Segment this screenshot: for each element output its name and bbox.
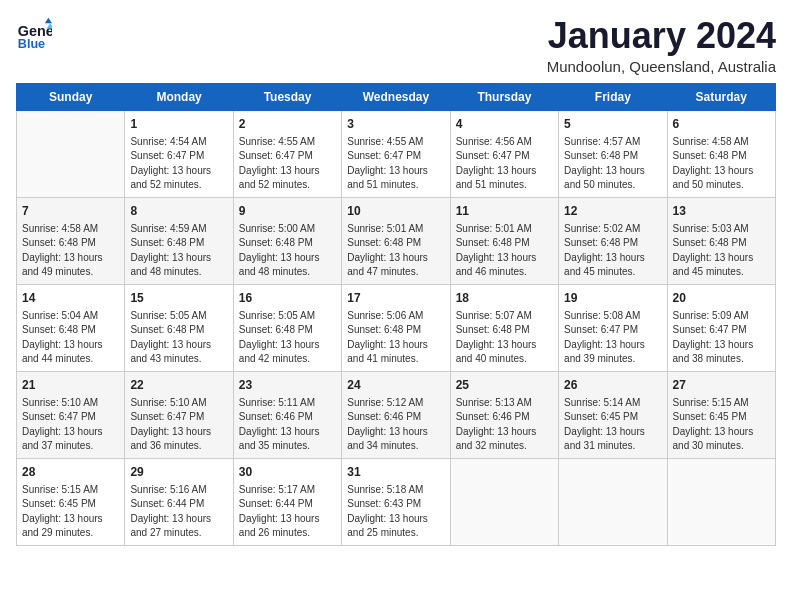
day-number: 25 [456,376,553,394]
day-number: 15 [130,289,227,307]
day-number: 6 [673,115,770,133]
calendar-cell: 9Sunrise: 5:00 AM Sunset: 6:48 PM Daylig… [233,197,341,284]
calendar-cell: 3Sunrise: 4:55 AM Sunset: 6:47 PM Daylig… [342,110,450,197]
day-number: 20 [673,289,770,307]
day-info: Sunrise: 4:56 AM Sunset: 6:47 PM Dayligh… [456,135,553,193]
day-info: Sunrise: 5:13 AM Sunset: 6:46 PM Dayligh… [456,396,553,454]
calendar-cell [450,458,558,545]
calendar-cell: 24Sunrise: 5:12 AM Sunset: 6:46 PM Dayli… [342,371,450,458]
day-info: Sunrise: 4:58 AM Sunset: 6:48 PM Dayligh… [673,135,770,193]
calendar-cell: 16Sunrise: 5:05 AM Sunset: 6:48 PM Dayli… [233,284,341,371]
calendar-week-row: 21Sunrise: 5:10 AM Sunset: 6:47 PM Dayli… [17,371,776,458]
day-number: 12 [564,202,661,220]
day-info: Sunrise: 5:00 AM Sunset: 6:48 PM Dayligh… [239,222,336,280]
calendar-cell: 26Sunrise: 5:14 AM Sunset: 6:45 PM Dayli… [559,371,667,458]
calendar-cell: 5Sunrise: 4:57 AM Sunset: 6:48 PM Daylig… [559,110,667,197]
day-header-tuesday: Tuesday [233,83,341,110]
day-number: 1 [130,115,227,133]
svg-text:Blue: Blue [18,37,45,51]
day-number: 5 [564,115,661,133]
day-number: 24 [347,376,444,394]
day-info: Sunrise: 5:12 AM Sunset: 6:46 PM Dayligh… [347,396,444,454]
day-header-thursday: Thursday [450,83,558,110]
svg-text:General: General [18,23,52,39]
calendar-cell: 22Sunrise: 5:10 AM Sunset: 6:47 PM Dayli… [125,371,233,458]
day-number: 19 [564,289,661,307]
day-number: 23 [239,376,336,394]
calendar-cell: 13Sunrise: 5:03 AM Sunset: 6:48 PM Dayli… [667,197,775,284]
day-info: Sunrise: 4:55 AM Sunset: 6:47 PM Dayligh… [239,135,336,193]
day-info: Sunrise: 5:15 AM Sunset: 6:45 PM Dayligh… [22,483,119,541]
calendar-cell: 4Sunrise: 4:56 AM Sunset: 6:47 PM Daylig… [450,110,558,197]
calendar-table: SundayMondayTuesdayWednesdayThursdayFrid… [16,83,776,546]
day-info: Sunrise: 5:14 AM Sunset: 6:45 PM Dayligh… [564,396,661,454]
calendar-cell: 14Sunrise: 5:04 AM Sunset: 6:48 PM Dayli… [17,284,125,371]
day-number: 28 [22,463,119,481]
day-header-saturday: Saturday [667,83,775,110]
calendar-cell: 28Sunrise: 5:15 AM Sunset: 6:45 PM Dayli… [17,458,125,545]
calendar-cell: 8Sunrise: 4:59 AM Sunset: 6:48 PM Daylig… [125,197,233,284]
day-number: 17 [347,289,444,307]
day-info: Sunrise: 4:55 AM Sunset: 6:47 PM Dayligh… [347,135,444,193]
day-number: 27 [673,376,770,394]
day-info: Sunrise: 5:11 AM Sunset: 6:46 PM Dayligh… [239,396,336,454]
day-number: 2 [239,115,336,133]
calendar-cell: 2Sunrise: 4:55 AM Sunset: 6:47 PM Daylig… [233,110,341,197]
calendar-cell [17,110,125,197]
day-header-friday: Friday [559,83,667,110]
day-info: Sunrise: 4:54 AM Sunset: 6:47 PM Dayligh… [130,135,227,193]
logo-icon: General Blue [16,16,52,52]
calendar-cell: 15Sunrise: 5:05 AM Sunset: 6:48 PM Dayli… [125,284,233,371]
day-info: Sunrise: 4:59 AM Sunset: 6:48 PM Dayligh… [130,222,227,280]
calendar-cell: 23Sunrise: 5:11 AM Sunset: 6:46 PM Dayli… [233,371,341,458]
day-info: Sunrise: 5:01 AM Sunset: 6:48 PM Dayligh… [347,222,444,280]
day-info: Sunrise: 5:10 AM Sunset: 6:47 PM Dayligh… [22,396,119,454]
day-info: Sunrise: 5:15 AM Sunset: 6:45 PM Dayligh… [673,396,770,454]
day-number: 30 [239,463,336,481]
calendar-week-row: 7Sunrise: 4:58 AM Sunset: 6:48 PM Daylig… [17,197,776,284]
calendar-cell: 7Sunrise: 4:58 AM Sunset: 6:48 PM Daylig… [17,197,125,284]
calendar-cell: 1Sunrise: 4:54 AM Sunset: 6:47 PM Daylig… [125,110,233,197]
svg-marker-2 [45,18,52,23]
day-info: Sunrise: 5:06 AM Sunset: 6:48 PM Dayligh… [347,309,444,367]
calendar-cell: 6Sunrise: 4:58 AM Sunset: 6:48 PM Daylig… [667,110,775,197]
calendar-cell: 25Sunrise: 5:13 AM Sunset: 6:46 PM Dayli… [450,371,558,458]
day-info: Sunrise: 5:09 AM Sunset: 6:47 PM Dayligh… [673,309,770,367]
day-info: Sunrise: 5:05 AM Sunset: 6:48 PM Dayligh… [130,309,227,367]
logo: General Blue [16,16,52,52]
day-number: 9 [239,202,336,220]
day-info: Sunrise: 5:17 AM Sunset: 6:44 PM Dayligh… [239,483,336,541]
month-title: January 2024 [547,16,776,56]
calendar-cell: 21Sunrise: 5:10 AM Sunset: 6:47 PM Dayli… [17,371,125,458]
day-number: 10 [347,202,444,220]
day-header-wednesday: Wednesday [342,83,450,110]
calendar-cell [667,458,775,545]
day-number: 8 [130,202,227,220]
day-info: Sunrise: 5:01 AM Sunset: 6:48 PM Dayligh… [456,222,553,280]
calendar-cell: 30Sunrise: 5:17 AM Sunset: 6:44 PM Dayli… [233,458,341,545]
day-number: 21 [22,376,119,394]
calendar-cell: 18Sunrise: 5:07 AM Sunset: 6:48 PM Dayli… [450,284,558,371]
day-info: Sunrise: 5:02 AM Sunset: 6:48 PM Dayligh… [564,222,661,280]
day-number: 22 [130,376,227,394]
day-number: 11 [456,202,553,220]
calendar-cell [559,458,667,545]
calendar-cell: 10Sunrise: 5:01 AM Sunset: 6:48 PM Dayli… [342,197,450,284]
day-info: Sunrise: 5:07 AM Sunset: 6:48 PM Dayligh… [456,309,553,367]
calendar-week-row: 1Sunrise: 4:54 AM Sunset: 6:47 PM Daylig… [17,110,776,197]
day-info: Sunrise: 5:10 AM Sunset: 6:47 PM Dayligh… [130,396,227,454]
calendar-cell: 17Sunrise: 5:06 AM Sunset: 6:48 PM Dayli… [342,284,450,371]
day-header-sunday: Sunday [17,83,125,110]
day-info: Sunrise: 5:03 AM Sunset: 6:48 PM Dayligh… [673,222,770,280]
calendar-header-row: SundayMondayTuesdayWednesdayThursdayFrid… [17,83,776,110]
calendar-week-row: 28Sunrise: 5:15 AM Sunset: 6:45 PM Dayli… [17,458,776,545]
location-subtitle: Mundoolun, Queensland, Australia [547,58,776,75]
day-header-monday: Monday [125,83,233,110]
day-number: 3 [347,115,444,133]
day-number: 14 [22,289,119,307]
day-info: Sunrise: 5:08 AM Sunset: 6:47 PM Dayligh… [564,309,661,367]
calendar-cell: 19Sunrise: 5:08 AM Sunset: 6:47 PM Dayli… [559,284,667,371]
day-number: 16 [239,289,336,307]
calendar-cell: 27Sunrise: 5:15 AM Sunset: 6:45 PM Dayli… [667,371,775,458]
page-header: General Blue January 2024 Mundoolun, Que… [16,16,776,75]
